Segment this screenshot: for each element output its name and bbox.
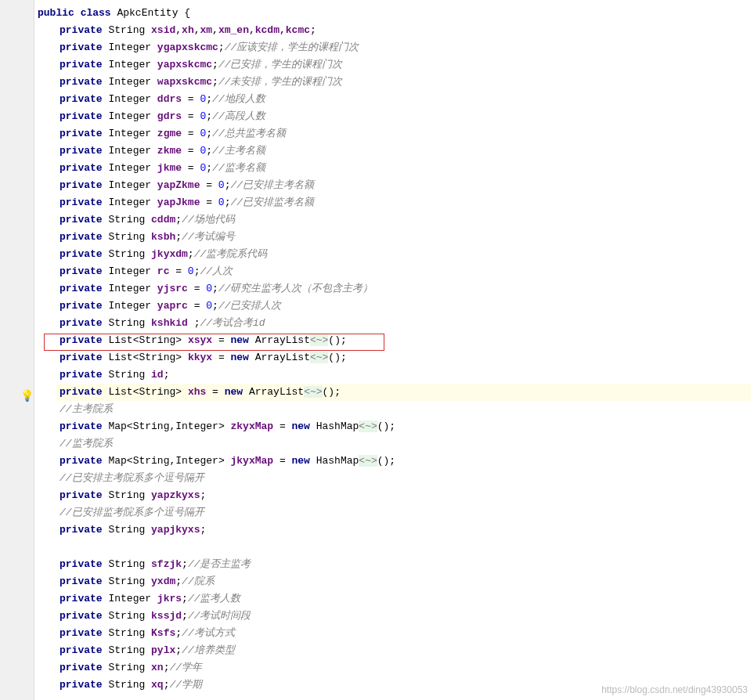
code-line[interactable]: private Integer jkrs;//监考人数	[34, 590, 754, 608]
code-line[interactable]: private Map<String,Integer> jkyxMap = ne…	[34, 453, 754, 470]
code-line[interactable]: private Integer zgme = 0;//总共监考名额	[34, 125, 754, 143]
code-line[interactable]: //主考院系	[34, 401, 754, 418]
code-line[interactable]: private Integer yjsrc = 0;//研究生监考人次（不包含主…	[34, 280, 754, 298]
code-line[interactable]: private String xsid,xh,xm,xm_en,kcdm,kcm…	[34, 22, 754, 39]
code-line[interactable]: private Integer gdrs = 0;//高段人数	[34, 108, 754, 125]
code-line[interactable]: private String id;	[34, 366, 754, 384]
code-line[interactable]: private Map<String,Integer> zkyxMap = ne…	[34, 418, 754, 435]
code-editor[interactable]: public class ApkcEntity {private String …	[34, 0, 754, 700]
code-line[interactable]: private List<String> xhs = new ArrayList…	[34, 384, 754, 401]
code-line[interactable]	[34, 539, 754, 556]
code-line[interactable]: private Integer jkme = 0;//监考名额	[34, 160, 754, 177]
code-line[interactable]: public class ApkcEntity {	[34, 5, 754, 22]
code-line[interactable]: private Integer ddrs = 0;//地段人数	[34, 91, 754, 108]
code-line[interactable]: private Integer ygapxskcmc;//应该安排，学生的课程门…	[34, 39, 754, 56]
code-line[interactable]: private Integer wapxskcmc;//未安排，学生的课程门次	[34, 74, 754, 91]
code-line[interactable]: //监考院系	[34, 435, 754, 453]
code-line[interactable]: private String cddm;//场地代码	[34, 211, 754, 229]
code-line[interactable]: private String xn;//学年	[34, 659, 754, 677]
code-line[interactable]: private List<String> kkyx = new ArrayLis…	[34, 349, 754, 366]
code-line[interactable]: private String pylx;//培养类型	[34, 642, 754, 659]
code-line[interactable]: private String sfzjk;//是否主监考	[34, 556, 754, 573]
code-line[interactable]: private String ksbh;//考试编号	[34, 229, 754, 246]
lightbulb-icon[interactable]: 💡	[20, 389, 34, 402]
code-line[interactable]: private String kshkid ;//考试合考id	[34, 315, 754, 332]
watermark: https://blog.csdn.net/ding43930053	[601, 684, 748, 695]
code-line[interactable]: //已安排主考院系多个逗号隔开	[34, 470, 754, 487]
code-line[interactable]: private Integer yapxskcmc;//已安排，学生的课程门次	[34, 56, 754, 74]
code-line[interactable]: private Integer rc = 0;//人次	[34, 263, 754, 280]
code-line[interactable]: private String yapzkyxs;	[34, 487, 754, 504]
editor-gutter: 💡	[0, 0, 34, 700]
code-line[interactable]: private Integer yaprc = 0;//已安排人次	[34, 298, 754, 315]
code-line[interactable]: private Integer zkme = 0;//主考名额	[34, 143, 754, 160]
code-line[interactable]: private Integer yapZkme = 0;//已安排主考名额	[34, 177, 754, 194]
code-line[interactable]: private Integer yapJkme = 0;//已安排监考名额	[34, 194, 754, 211]
code-line[interactable]: private String yapjkyxs;	[34, 521, 754, 539]
code-line[interactable]: private List<String> xsyx = new ArrayLis…	[34, 332, 754, 349]
code-line[interactable]: private String Ksfs;//考试方式	[34, 625, 754, 642]
code-line[interactable]: //已安排监考院系多个逗号隔开	[34, 504, 754, 521]
code-line[interactable]: private String kssjd;//考试时间段	[34, 608, 754, 625]
code-line[interactable]: private String yxdm;//院系	[34, 573, 754, 590]
code-line[interactable]: private String jkyxdm;//监考院系代码	[34, 246, 754, 263]
